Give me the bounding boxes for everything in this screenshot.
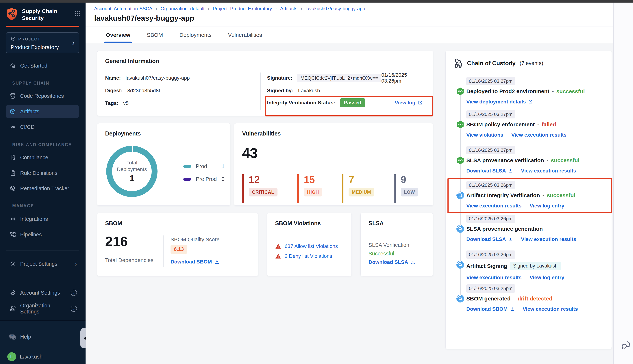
sidebar-item-remediation-tracker[interactable]: Remediation Tracker	[6, 182, 79, 194]
breadcrumb-project[interactable]: Project: Product Exploratory	[213, 6, 272, 12]
event-timestamp: 01/16/2025 03:26pm	[466, 250, 515, 259]
card-title: General Information	[105, 58, 159, 64]
help-button[interactable]: ? Help	[8, 333, 31, 340]
pipeline-success-icon	[456, 156, 465, 165]
sidebar: Supply Chain Security PROJECT Product Ex…	[0, 2, 86, 364]
gear-icon	[10, 260, 16, 267]
total-deployments-value: 1	[130, 174, 134, 183]
rule-definitions-icon	[10, 170, 16, 176]
chevron-right-icon: ›	[72, 39, 75, 47]
user-name: Lavakush	[20, 354, 42, 360]
event-timestamp: 01/16/2025 03:26pm	[466, 181, 515, 189]
download-sbom-link[interactable]: Download SBOM	[466, 306, 515, 312]
view-log-link[interactable]: View log	[395, 100, 423, 106]
vulnerabilities-total: 43	[242, 145, 258, 161]
view-log-entry-link[interactable]: View log entry	[530, 203, 564, 209]
help-chat-icon: ?	[8, 333, 16, 340]
tab-overview[interactable]: Overview	[106, 27, 130, 43]
deny-list-violations-link[interactable]: 2 Deny list Violations	[285, 253, 332, 259]
sidebar-footer: ? Help L Lavakush	[0, 320, 86, 364]
event-status: successful	[556, 88, 585, 94]
artifacts-icon	[10, 108, 16, 115]
sidebar-item-code-repositories[interactable]: Code Repositories	[6, 90, 79, 102]
view-violations-link[interactable]: View violations	[466, 132, 503, 138]
sidebar-collapse-handle[interactable]	[80, 328, 86, 348]
project-selector[interactable]: PROJECT Product Exploratory ›	[6, 32, 79, 53]
sidebar-section-supply-chain: SUPPLY CHAIN	[12, 81, 49, 86]
event-status: drift detected	[518, 296, 552, 302]
signature-value[interactable]: MEQCICde2VjIT...bL+2+mqnOXw==	[297, 74, 381, 82]
integrity-status-label: Integrity Verification Status:	[267, 100, 335, 106]
signed-by-value: Lavakush	[298, 88, 320, 94]
external-link-icon	[418, 100, 423, 105]
card-title: SLSA	[368, 220, 384, 227]
pipeline-success-icon	[456, 120, 465, 129]
sidebar-item-compliance[interactable]: Compliance	[6, 152, 79, 163]
breadcrumb-account[interactable]: Account: Automation-SSCA	[94, 6, 152, 12]
breadcrumb-artifacts[interactable]: Artifacts	[280, 6, 298, 12]
download-sbom-link[interactable]: Download SBOM	[170, 259, 220, 265]
breadcrumb-organization[interactable]: Organization: default	[161, 6, 204, 12]
sidebar-item-get-started[interactable]: Get Started	[6, 60, 79, 72]
app-switcher-grid-icon[interactable]	[74, 10, 81, 18]
chain-of-custody-title: Chain of Custody	[467, 60, 516, 67]
breadcrumb: Account: Automation-SSCA › Organization:…	[94, 6, 365, 12]
signed-by-badge: Signed by Lavakush	[510, 262, 561, 270]
download-icon	[214, 259, 220, 264]
view-execution-results-link[interactable]: View execution results	[466, 203, 522, 209]
sbom-total-dependencies-value: 216	[105, 234, 128, 249]
vulnerabilities-card: Vulnerabilities 43 12 CRITICAL 15 HIGH 7…	[234, 123, 433, 206]
external-link-icon	[528, 100, 533, 104]
supply-chain-security-logo-icon	[6, 8, 18, 21]
sidebar-item-rule-definitions[interactable]: Rule Definitions	[6, 167, 79, 179]
download-icon	[510, 307, 515, 312]
tab-sbom[interactable]: SBOM	[147, 27, 163, 43]
download-slsa-link[interactable]: Download SLSA	[466, 168, 513, 174]
sidebar-item-account-settings[interactable]: Account Settings i	[6, 287, 79, 299]
card-title: Deployments	[105, 130, 141, 137]
user-menu[interactable]: L Lavakush	[7, 352, 42, 361]
sidebar-item-cicd[interactable]: CI/CD	[6, 121, 79, 133]
breadcrumb-separator: ›	[275, 6, 277, 12]
page-header: Account: Automation-SSCA › Organization:…	[86, 2, 613, 27]
scan-step-icon	[456, 191, 465, 200]
view-execution-results-link[interactable]: View execution results	[523, 306, 578, 312]
breadcrumb-current[interactable]: lavakush07/easy-buggy-app	[306, 6, 365, 12]
view-execution-results-link[interactable]: View execution results	[466, 275, 522, 280]
pre-prod-color-swatch	[183, 178, 191, 181]
warning-triangle-icon	[275, 253, 281, 259]
card-title: SBOM	[105, 220, 122, 227]
chain-of-custody-icon	[454, 58, 463, 68]
download-slsa-link[interactable]: Download SLSA	[466, 236, 513, 242]
organization-settings-icon	[10, 306, 16, 312]
breadcrumb-separator: ›	[301, 6, 302, 12]
artifact-name-value: lavakush07/easy-buggy-app	[126, 75, 190, 81]
event-status: failed	[542, 122, 556, 128]
support-chat-icon[interactable]	[620, 340, 631, 351]
download-slsa-link[interactable]: Download SLSA	[368, 259, 416, 265]
view-execution-results-link[interactable]: View execution results	[521, 236, 576, 242]
signed-by-label: Signed by:	[267, 88, 293, 94]
tab-vulnerabilities[interactable]: Vulnerabilities	[228, 27, 262, 43]
view-execution-results-link[interactable]: View execution results	[521, 168, 576, 174]
vertical-divider	[260, 72, 261, 110]
page-title: lavakush07/easy-buggy-app	[94, 14, 194, 22]
info-icon: i	[71, 290, 77, 296]
sidebar-item-pipelines[interactable]: Pipelines	[6, 229, 79, 240]
sidebar-item-integrations[interactable]: Integrations	[6, 213, 79, 225]
app-title: Supply Chain Security	[22, 8, 74, 22]
prod-color-swatch	[183, 165, 191, 168]
sbom-violations-card: SBOM Violations 637 Allow list Violation…	[267, 213, 352, 276]
sidebar-section-risk-compliance: RISK AND COMPLIANCE	[12, 142, 72, 147]
allow-list-violations-link[interactable]: 637 Allow list Violations	[285, 243, 338, 249]
view-execution-results-link[interactable]: View execution results	[512, 132, 566, 138]
view-deployment-details-link[interactable]: View deployment details	[466, 99, 533, 105]
view-log-entry-link[interactable]: View log entry	[530, 275, 564, 280]
sidebar-item-artifacts[interactable]: Artifacts	[6, 105, 79, 118]
code-repositories-icon	[10, 93, 16, 99]
sidebar-item-organization-settings[interactable]: Organization Settings i	[6, 303, 79, 314]
tab-deployments[interactable]: Deployments	[180, 27, 212, 43]
event-status: successful	[547, 192, 575, 198]
sidebar-item-project-settings[interactable]: Project Settings ›	[6, 258, 79, 270]
svg-text:?: ?	[11, 334, 13, 338]
